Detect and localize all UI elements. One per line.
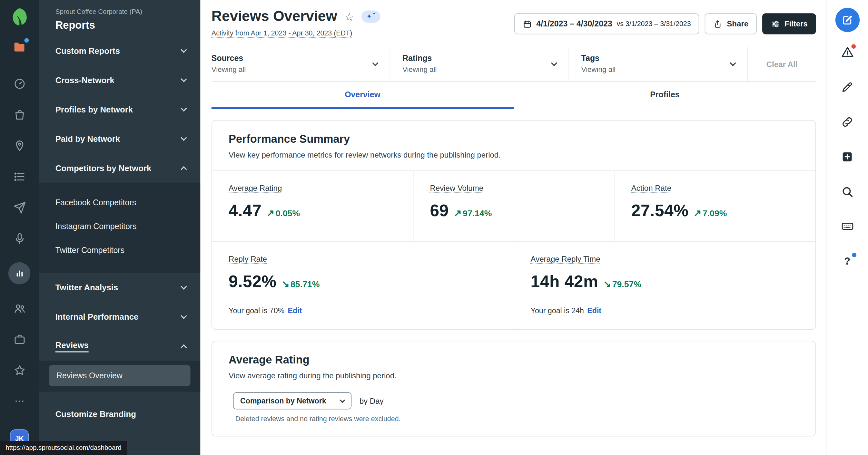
- metric-label[interactable]: Reply Rate: [228, 255, 267, 263]
- folder-icon[interactable]: [12, 40, 27, 55]
- sidebar-item-custom-reports[interactable]: Custom Reports: [39, 36, 200, 65]
- add-square-icon[interactable]: [840, 149, 855, 164]
- paper-plane-icon[interactable]: [12, 200, 27, 215]
- help-icon[interactable]: ?: [840, 253, 855, 269]
- screen: ⋯ JK Sprout Coffee Corporate (PA) Report…: [0, 0, 868, 455]
- date-range-value: 4/1/2023 – 4/30/2023: [536, 19, 612, 28]
- tab-overview[interactable]: Overview: [212, 82, 514, 109]
- comparison-dropdown[interactable]: Comparison by Network: [233, 392, 352, 409]
- sidebar-title: Reports: [56, 19, 187, 32]
- calendar-icon: [522, 19, 532, 28]
- metric-action-rate: Action Rate 27.54% ↗7.09%: [615, 171, 815, 241]
- metric-value: 27.54%: [631, 201, 689, 220]
- filter-label: Sources: [212, 54, 246, 63]
- keyboard-icon[interactable]: [840, 219, 855, 234]
- date-range-button[interactable]: 4/1/2023 – 4/30/2023 vs 3/1/2023 – 3/31/…: [514, 13, 700, 34]
- sidebar-item-competitors-by-network[interactable]: Competitors by Network: [39, 153, 200, 183]
- sidebar-subitem-label: Reviews Overview: [56, 371, 123, 380]
- filter-label: Ratings: [402, 54, 437, 63]
- gauge-icon[interactable]: [12, 76, 27, 91]
- goal-row: Your goal is 70%Edit: [228, 306, 497, 315]
- pencil-icon[interactable]: [840, 79, 855, 95]
- reports-sidebar: Sprout Coffee Corporate (PA) Reports Cus…: [39, 0, 200, 455]
- sidebar-item-profiles-by-network[interactable]: Profiles by Network: [39, 95, 200, 124]
- metric-delta-value: 97.14%: [463, 208, 492, 219]
- filters-label: Filters: [784, 19, 808, 28]
- alerts-icon[interactable]: [840, 44, 855, 60]
- edit-goal-link[interactable]: Edit: [587, 306, 601, 315]
- ai-sparkle-icon[interactable]: ✦ ✦: [362, 10, 380, 23]
- compose-button[interactable]: [835, 8, 860, 32]
- utility-rail: ?: [826, 0, 868, 455]
- metric-delta: ↗7.09%: [693, 207, 727, 219]
- search-icon[interactable]: [840, 184, 855, 199]
- metric-label[interactable]: Average Reply Time: [531, 255, 600, 263]
- microphone-icon[interactable]: [12, 231, 27, 246]
- chevron-down-icon: [340, 397, 345, 403]
- ratings-filter[interactable]: Ratings Viewing all: [390, 47, 569, 81]
- people-icon[interactable]: [12, 301, 27, 316]
- favorite-star-icon[interactable]: ☆: [344, 11, 354, 22]
- ellipsis-icon[interactable]: ⋯: [12, 394, 27, 408]
- sidebar-item-label: Profiles by Network: [56, 104, 133, 114]
- tab-profiles[interactable]: Profiles: [514, 82, 816, 109]
- star-icon[interactable]: [12, 363, 27, 377]
- sidebar-item-label: Customize Branding: [56, 409, 136, 419]
- filters-button[interactable]: Filters: [762, 13, 816, 34]
- sidebar-item-label: Internal Performance: [56, 312, 138, 321]
- tab-bar: Overview Profiles: [212, 82, 816, 109]
- bar-chart-icon[interactable]: [8, 262, 31, 285]
- tags-filter[interactable]: Tags Viewing all: [569, 47, 748, 81]
- metric-label[interactable]: Action Rate: [631, 184, 671, 192]
- chevron-down-icon: [181, 135, 187, 141]
- chevron-down-icon: [730, 60, 736, 66]
- list-icon[interactable]: [12, 169, 27, 184]
- ellipsis-glyph: ⋯: [14, 396, 25, 406]
- share-icon: [713, 19, 722, 28]
- sidebar-item-customize-branding[interactable]: Customize Branding: [39, 399, 200, 429]
- edit-goal-link[interactable]: Edit: [288, 306, 302, 315]
- sidebar-item-label: Reviews: [56, 340, 89, 352]
- metric-label[interactable]: Review Volume: [430, 184, 483, 192]
- goal-row: Your goal is 24hEdit: [531, 306, 799, 315]
- metric-reply-rate: Reply Rate 9.52% ↘85.71% Your goal is 70…: [212, 242, 514, 329]
- sidebar-item-internal-performance[interactable]: Internal Performance: [39, 302, 200, 331]
- briefcase-icon[interactable]: [12, 332, 27, 347]
- pin-icon[interactable]: [12, 138, 27, 153]
- sidebar-item-twitter-competitors[interactable]: Twitter Competitors: [39, 238, 200, 262]
- metric-delta-value: 7.09%: [703, 208, 727, 219]
- link-icon[interactable]: [840, 114, 855, 130]
- sidebar-item-facebook-competitors[interactable]: Facebook Competitors: [39, 190, 200, 214]
- average-rating-card: Average Rating View average rating durin…: [212, 341, 816, 436]
- sprout-logo[interactable]: [9, 7, 30, 28]
- metric-value: 69: [430, 201, 448, 220]
- activity-range[interactable]: Activity from Apr 1, 2023 - Apr 30, 2023…: [212, 29, 380, 37]
- filter-value: Viewing all: [402, 65, 437, 74]
- metric-review-volume: Review Volume 69 ↗97.14%: [413, 171, 615, 241]
- metric-average-rating: Average Rating 4.47 ↗0.05%: [212, 171, 413, 241]
- metric-average-reply-time: Average Reply Time 14h 42m ↘79.57% Your …: [514, 242, 815, 329]
- sidebar-item-paid-by-network[interactable]: Paid by Network: [39, 124, 200, 153]
- metric-delta-value: 85.71%: [290, 280, 319, 289]
- bag-icon[interactable]: [12, 107, 27, 122]
- notification-dot: [25, 38, 29, 42]
- sources-filter[interactable]: Sources Viewing all: [212, 47, 391, 81]
- metric-value: 9.52%: [228, 272, 277, 291]
- sidebar-item-reviews[interactable]: Reviews: [39, 331, 200, 361]
- share-button[interactable]: Share: [705, 13, 757, 34]
- sidebar-item-cross-network[interactable]: Cross-Network: [39, 65, 200, 95]
- clear-all-button[interactable]: Clear All: [748, 47, 816, 81]
- filter-label: Tags: [581, 54, 616, 63]
- chevron-down-icon: [551, 60, 557, 66]
- activity-range-text: Activity from Apr 1, 2023 - Apr 30, 2023…: [212, 29, 352, 37]
- sidebar-item-reviews-overview[interactable]: Reviews Overview: [49, 365, 191, 386]
- sidebar-item-twitter-analysis[interactable]: Twitter Analysis: [39, 272, 200, 302]
- trend-down-icon: ↘: [281, 279, 289, 290]
- trend-up-icon: ↗: [454, 207, 461, 219]
- account-name[interactable]: Sprout Coffee Corporate (PA): [56, 8, 187, 15]
- sidebar-item-instagram-competitors[interactable]: Instagram Competitors: [39, 214, 200, 238]
- chevron-down-icon: [181, 284, 187, 290]
- date-compare-value: vs 3/1/2023 – 3/31/2023: [617, 20, 691, 28]
- metric-label[interactable]: Average Rating: [228, 184, 282, 192]
- chevron-up-icon: [181, 166, 187, 172]
